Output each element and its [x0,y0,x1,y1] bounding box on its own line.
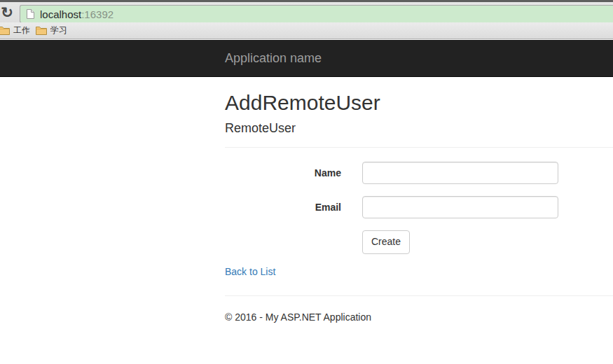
divider [225,147,613,148]
url-port: :16392 [81,8,113,20]
folder-icon [0,26,10,35]
browser-toolbar: ↻ localhost:16392 [0,2,613,22]
page-subtitle: RemoteUser [225,121,613,135]
bookmarks-bar: 工作 学习 [0,22,613,39]
back-to-list-link[interactable]: Back to List [225,266,275,277]
page-icon [26,8,35,20]
submit-row: Create [362,230,613,254]
name-form-row: Name [225,162,613,184]
email-form-row: Email [225,196,613,218]
page-content: AddRemoteUser RemoteUser Name Email Crea… [0,77,613,323]
reload-icon[interactable]: ↻ [0,4,16,22]
app-navbar: Application name [0,40,613,77]
address-bar[interactable]: localhost:16392 [20,5,613,23]
email-label: Email [225,202,362,213]
bookmark-label: 学习 [50,24,67,36]
add-remote-user-form: Name Email Create [225,162,613,254]
email-field[interactable] [362,196,558,218]
page-title: AddRemoteUser [225,91,613,114]
folder-icon [36,26,47,35]
name-label: Name [225,167,362,178]
footer-copyright: © 2016 - My ASP.NET Application [225,312,613,323]
navbar-brand-link[interactable]: Application name [225,51,322,66]
url-text: localhost:16392 [40,8,113,20]
name-field[interactable] [362,162,558,184]
url-host: localhost [40,8,81,20]
page-footer: © 2016 - My ASP.NET Application [225,312,613,323]
bookmark-label: 工作 [13,24,30,36]
footer-divider [225,295,613,296]
bookmark-folder-work[interactable]: 工作 [0,24,34,38]
bookmark-folder-study[interactable]: 学习 [34,24,71,38]
create-button[interactable]: Create [362,230,410,254]
